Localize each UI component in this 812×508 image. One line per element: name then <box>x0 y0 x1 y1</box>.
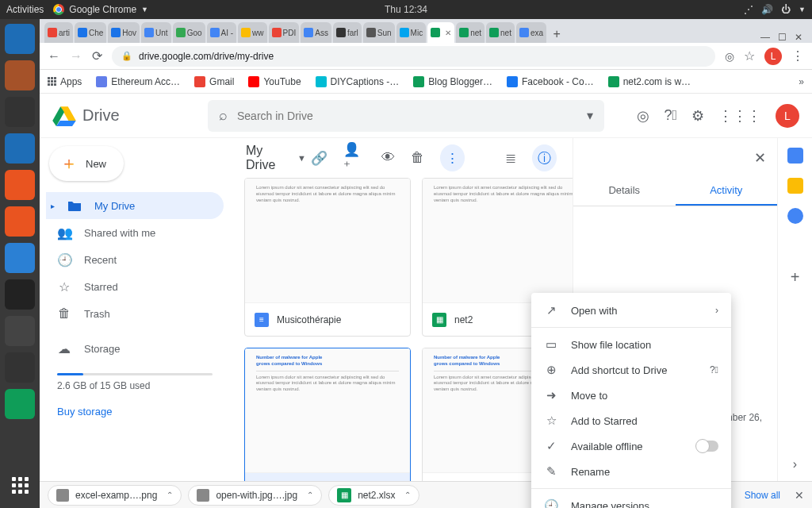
back-button[interactable]: ← <box>48 49 60 64</box>
share-icon[interactable]: ◎ <box>725 50 734 63</box>
show-applications-icon[interactable] <box>5 470 35 500</box>
launcher-app-icon[interactable] <box>5 206 35 237</box>
bookmark-item[interactable]: Blog Blogger… <box>413 76 492 87</box>
chrome-menu-icon[interactable]: ⋮ <box>791 48 804 64</box>
menu-item[interactable]: ↗Open with› <box>531 298 731 323</box>
share-person-icon[interactable]: 👤⁺ <box>343 141 366 175</box>
menu-item[interactable]: ▭Show file location <box>531 332 731 357</box>
addon-plus-icon[interactable]: + <box>791 268 800 287</box>
browser-tab[interactable]: Sun <box>363 22 395 43</box>
browser-tab[interactable]: Che <box>75 22 106 43</box>
bookmark-item[interactable]: Ethereum Acc… <box>96 76 180 87</box>
browser-tab[interactable]: net <box>486 22 515 43</box>
drive-logo[interactable]: Drive <box>52 106 195 126</box>
more-actions-icon[interactable]: ⋮ <box>440 144 465 171</box>
preview-eye-icon[interactable]: 👁 <box>381 150 395 166</box>
chevron-up-icon[interactable]: ⌃ <box>167 491 173 499</box>
details-toggle-icon[interactable]: ⓘ <box>532 144 557 171</box>
browser-tab[interactable]: AI - <box>207 22 237 43</box>
settings-gear-icon[interactable]: ⚙ <box>691 107 704 125</box>
menu-item[interactable]: ➜Move to <box>531 383 731 408</box>
new-button[interactable]: ＋ New <box>49 146 124 181</box>
apps-grid-icon[interactable]: ⋮⋮⋮ <box>718 107 761 125</box>
launcher-app-icon[interactable] <box>5 352 35 383</box>
system-tray[interactable]: ⋰ 🔊 ⏻ ▼ <box>744 4 806 15</box>
bookmark-apps[interactable]: Apps <box>48 76 82 87</box>
show-all-downloads[interactable]: Show all <box>745 490 780 501</box>
browser-tab[interactable]: Hov <box>108 22 140 43</box>
bookmark-item[interactable]: Gmail <box>194 76 234 87</box>
menu-item[interactable]: ✎Rename <box>531 459 731 484</box>
clock[interactable]: Thu 12:34 <box>385 4 427 15</box>
menu-item[interactable]: ✓Available offline <box>531 433 731 459</box>
trash-icon[interactable]: 🗑 <box>411 150 424 166</box>
ready-offline-icon[interactable]: ◎ <box>637 107 649 125</box>
menu-item[interactable]: ☆Add to Starred <box>531 408 731 433</box>
collapse-sidepanel-icon[interactable]: › <box>793 457 797 471</box>
launcher-app-icon[interactable] <box>5 60 35 90</box>
close-details-icon[interactable]: ✕ <box>754 149 766 167</box>
keep-chip-icon[interactable] <box>787 178 803 194</box>
offline-toggle[interactable] <box>696 441 718 452</box>
menu-item[interactable]: 🕘Manage versions <box>531 493 731 508</box>
breadcrumb[interactable]: My Drive▼ <box>246 144 306 172</box>
download-item[interactable]: ▦net2.xlsx⌃ <box>328 485 419 506</box>
minimize-icon[interactable]: — <box>760 32 770 43</box>
file-card[interactable]: Number of malware for Applegrows compare… <box>244 348 411 481</box>
menu-item[interactable]: ⊕Add shortcut to Drive?⃝ <box>531 357 731 383</box>
browser-tab[interactable]: Mic <box>396 22 427 43</box>
sidebar-item[interactable]: 🕘Recent <box>46 246 224 273</box>
help-icon[interactable]: ?⃝ <box>710 364 718 375</box>
close-shelf-icon[interactable]: ✕ <box>795 489 804 502</box>
calendar-chip-icon[interactable] <box>787 148 803 164</box>
bookmark-item[interactable]: Facebook - Co… <box>507 76 594 87</box>
browser-tab[interactable]: Ass <box>301 22 331 43</box>
browser-tab[interactable]: Goo <box>173 22 205 43</box>
sidebar-item[interactable]: ☆Starred <box>46 273 224 300</box>
tab-details[interactable]: Details <box>573 176 676 206</box>
launcher-app-icon[interactable] <box>5 97 35 127</box>
tab-activity[interactable]: Activity <box>676 176 778 206</box>
launcher-app-icon[interactable] <box>5 133 35 164</box>
browser-tab[interactable]: farl <box>333 22 362 43</box>
active-app[interactable]: Google Chrome ▼ <box>53 4 148 15</box>
file-card[interactable]: Lorem ipsum dolor sit amet consectetur a… <box>244 178 411 337</box>
chevron-up-icon[interactable]: ⌃ <box>404 491 411 499</box>
tasks-chip-icon[interactable] <box>787 208 803 224</box>
bookmark-item[interactable]: net2.com is w… <box>608 76 691 87</box>
bookmark-item[interactable]: DIYCaptions -… <box>316 76 400 87</box>
launcher-app-icon[interactable] <box>5 243 35 273</box>
get-link-icon[interactable]: 🔗 <box>311 150 327 167</box>
browser-tab[interactable]: Unt <box>141 22 171 43</box>
support-icon[interactable]: ?⃝ <box>664 107 677 124</box>
download-item[interactable]: open-with.jpg….jpg⌃ <box>188 485 322 506</box>
forward-button[interactable]: → <box>70 49 82 64</box>
search-input[interactable] <box>237 110 577 122</box>
browser-tab[interactable]: arti <box>44 22 73 43</box>
star-icon[interactable]: ☆ <box>744 48 755 64</box>
launcher-app-icon[interactable] <box>5 170 35 200</box>
browser-tab[interactable]: PDI <box>269 22 300 43</box>
search-options-caret-icon[interactable]: ▾ <box>587 108 593 123</box>
browser-tab[interactable]: ✕ <box>427 22 454 43</box>
profile-avatar[interactable]: L <box>764 48 782 65</box>
download-item[interactable]: excel-examp….png⌃ <box>48 485 182 506</box>
chevron-up-icon[interactable]: ⌃ <box>307 491 313 499</box>
search-box[interactable]: ⌕ ▾ <box>208 100 604 132</box>
close-window-icon[interactable]: ✕ <box>795 32 802 43</box>
browser-tab[interactable]: ww <box>238 22 266 43</box>
reload-button[interactable]: ⟳ <box>92 48 102 64</box>
omnibox[interactable]: 🔒 drive.google.com/drive/my-drive <box>112 46 715 67</box>
sidebar-item-storage[interactable]: ☁ Storage <box>46 335 224 362</box>
launcher-app-icon[interactable] <box>5 316 35 346</box>
account-avatar[interactable]: L <box>776 104 799 128</box>
list-view-icon[interactable]: ≣ <box>505 150 516 167</box>
launcher-app-icon[interactable] <box>5 24 35 54</box>
sidebar-item[interactable]: 🗑Trash <box>46 300 224 327</box>
sidebar-item[interactable]: ▸My Drive <box>46 192 224 219</box>
activities-button[interactable]: Activities <box>6 4 44 15</box>
browser-tab[interactable]: exa <box>516 22 546 43</box>
maximize-icon[interactable]: ☐ <box>778 32 787 43</box>
browser-tab[interactable]: net <box>456 22 485 43</box>
sidebar-item[interactable]: 👥Shared with me <box>46 219 224 246</box>
